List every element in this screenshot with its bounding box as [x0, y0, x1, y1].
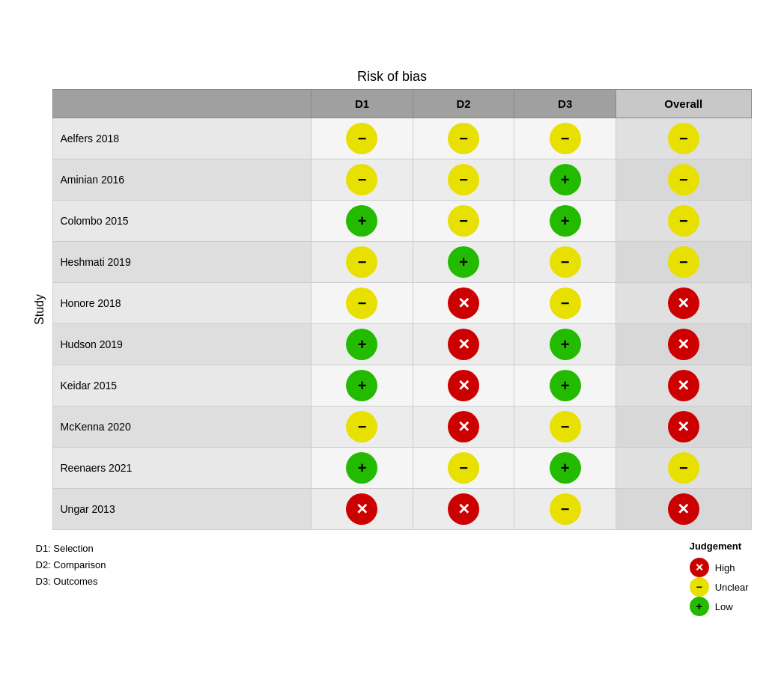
- table-container: D1 D2 D3 Overall Aelfers 2018 − − − − Am…: [52, 89, 752, 530]
- cell-d1: +: [312, 324, 413, 365]
- table-row: Aelfers 2018 − − − −: [52, 118, 751, 159]
- legend-item: ✕High: [690, 558, 749, 577]
- cell-overall: −: [616, 118, 752, 159]
- cell-overall: ✕: [616, 407, 752, 448]
- circle-green-plus: +: [550, 370, 581, 401]
- cell-overall: −: [616, 242, 752, 283]
- cell-d3: +: [514, 365, 616, 407]
- cell-overall: −: [616, 159, 752, 201]
- circle-yellow-minus: −: [448, 452, 479, 484]
- table-row: McKenna 2020 − ✕ − ✕: [52, 407, 751, 448]
- col-header-d2: D2: [413, 90, 514, 118]
- circle-yellow-minus: −: [668, 164, 699, 195]
- cell-d1: +: [312, 448, 413, 489]
- outer-layout: Study D1 D2 D3 Overall Aelfers 2018 − − …: [33, 89, 752, 530]
- y-axis-label: Study: [33, 294, 46, 325]
- circle-red-x: ✕: [448, 370, 479, 401]
- table-row: Keidar 2015 + ✕ + ✕: [52, 365, 751, 407]
- domain-labels: D1: Selection D2: Comparison D3: Outcome…: [36, 541, 106, 616]
- study-name: Reenaers 2021: [52, 448, 312, 489]
- cell-d2: −: [413, 118, 514, 159]
- circle-red-x: ✕: [448, 493, 479, 525]
- circle-green-plus: +: [550, 329, 581, 360]
- circle-red-x: ✕: [668, 370, 699, 401]
- circle-red-x: ✕: [668, 493, 699, 525]
- circle-green-plus: +: [346, 452, 377, 484]
- cell-d1: −: [312, 159, 413, 201]
- circle-yellow-minus: −: [448, 205, 479, 237]
- circle-red-x: ✕: [668, 411, 699, 442]
- domain-d3-label: D3: Outcomes: [36, 573, 106, 590]
- circle-yellow-minus: −: [668, 123, 699, 154]
- table-row: Honore 2018 − ✕ − ✕: [52, 283, 751, 324]
- cell-d3: −: [514, 407, 616, 448]
- bias-table: D1 D2 D3 Overall Aelfers 2018 − − − − Am…: [52, 89, 752, 530]
- legend-item-label: High: [715, 562, 735, 573]
- col-header-study: [52, 90, 312, 118]
- study-name: Keidar 2015: [52, 365, 312, 407]
- legend-item: +Low: [690, 597, 749, 616]
- study-name: Aelfers 2018: [52, 118, 312, 159]
- table-row: Reenaers 2021 + − + −: [52, 448, 751, 489]
- cell-d3: −: [514, 118, 616, 159]
- circle-yellow-minus: −: [346, 411, 377, 442]
- cell-d3: +: [514, 324, 616, 365]
- legend-title: Judgement: [690, 541, 741, 552]
- cell-overall: −: [616, 448, 752, 489]
- circle-green-plus: +: [550, 205, 581, 237]
- header-row: D1 D2 D3 Overall: [52, 90, 751, 118]
- domain-d1-label: D1: Selection: [36, 541, 106, 557]
- chart-title: Risk of bias: [33, 69, 752, 85]
- circle-yellow-minus: −: [550, 287, 581, 319]
- circle-red-x: ✕: [448, 329, 479, 360]
- col-header-d1: D1: [312, 90, 413, 118]
- legend-item-label: Unclear: [715, 582, 749, 593]
- study-name: Ungar 2013: [52, 489, 312, 530]
- cell-d2: ✕: [413, 365, 514, 407]
- legend-circle-yellow: −: [690, 577, 709, 597]
- cell-d1: −: [312, 407, 413, 448]
- circle-green-plus: +: [346, 205, 377, 237]
- circle-green-plus: +: [550, 164, 581, 195]
- cell-d1: +: [312, 365, 413, 407]
- cell-d1: −: [312, 118, 413, 159]
- circle-yellow-minus: −: [448, 123, 479, 154]
- circle-yellow-minus: −: [346, 287, 377, 319]
- cell-d1: −: [312, 283, 413, 324]
- table-row: Heshmati 2019 − + − −: [52, 242, 751, 283]
- cell-d2: ✕: [413, 283, 514, 324]
- circle-yellow-minus: −: [346, 164, 377, 195]
- cell-d3: +: [514, 201, 616, 242]
- study-name: Aminian 2016: [52, 159, 312, 201]
- study-name: McKenna 2020: [52, 407, 312, 448]
- circle-yellow-minus: −: [448, 164, 479, 195]
- circle-yellow-minus: −: [550, 246, 581, 278]
- cell-d3: −: [514, 489, 616, 530]
- circle-red-x: ✕: [346, 493, 377, 525]
- cell-d2: ✕: [413, 489, 514, 530]
- legend-item-label: Low: [715, 601, 733, 612]
- cell-overall: ✕: [616, 283, 752, 324]
- cell-d3: −: [514, 242, 616, 283]
- cell-d2: ✕: [413, 407, 514, 448]
- col-header-d3: D3: [514, 90, 616, 118]
- circle-yellow-minus: −: [550, 493, 581, 525]
- circle-yellow-minus: −: [346, 246, 377, 278]
- cell-overall: ✕: [616, 489, 752, 530]
- cell-d1: ✕: [312, 489, 413, 530]
- cell-d1: −: [312, 242, 413, 283]
- cell-d2: ✕: [413, 324, 514, 365]
- cell-overall: ✕: [616, 365, 752, 407]
- table-row: Hudson 2019 + ✕ + ✕: [52, 324, 751, 365]
- table-row: Colombo 2015 + − + −: [52, 201, 751, 242]
- legend: Judgement ✕High−Unclear+Low: [690, 541, 749, 616]
- circle-yellow-minus: −: [668, 452, 699, 484]
- circle-green-plus: +: [448, 246, 479, 278]
- circle-red-x: ✕: [668, 329, 699, 360]
- cell-overall: ✕: [616, 324, 752, 365]
- circle-yellow-minus: −: [550, 123, 581, 154]
- domain-d2-label: D2: Comparison: [36, 557, 106, 573]
- col-header-overall: Overall: [616, 90, 752, 118]
- circle-red-x: ✕: [448, 287, 479, 319]
- legend-circle-green: +: [690, 597, 709, 616]
